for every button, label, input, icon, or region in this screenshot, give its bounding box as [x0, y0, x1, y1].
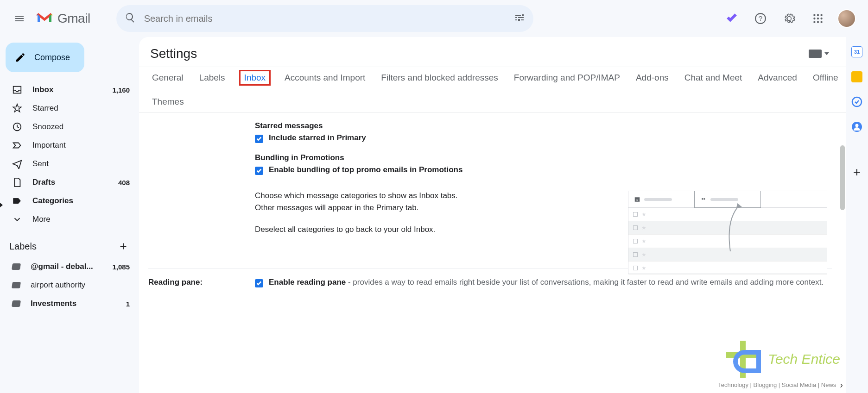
- status-icon[interactable]: [722, 9, 741, 28]
- label-swatch-icon: [12, 300, 21, 307]
- apps-button[interactable]: [809, 9, 827, 28]
- add-label-button[interactable]: [117, 240, 130, 253]
- label-swatch-icon: [12, 282, 21, 288]
- tab-accounts[interactable]: Accounts and Import: [283, 70, 367, 86]
- tab-advanced[interactable]: Advanced: [756, 70, 799, 86]
- contacts-app-icon[interactable]: [851, 121, 862, 132]
- app-name: Gmail: [57, 11, 90, 26]
- starred-section-title: Starred messages: [255, 121, 832, 131]
- svg-point-13: [703, 198, 705, 200]
- categories-expand-icon[interactable]: [0, 203, 3, 207]
- sidebar-item-more[interactable]: More: [2, 210, 139, 229]
- sidebar: Compose Inbox 1,160 Starred Snoozed Impo…: [0, 37, 139, 393]
- label-item[interactable]: Investments 1: [2, 294, 139, 313]
- reading-pane-label: Reading pane:: [148, 278, 255, 287]
- calendar-app-icon[interactable]: 31: [851, 46, 862, 57]
- important-icon: [12, 140, 22, 150]
- input-tools-button[interactable]: [809, 50, 829, 58]
- search-options-icon[interactable]: [514, 12, 525, 25]
- nav-label: Important: [32, 141, 66, 150]
- nav-label: More: [32, 215, 51, 224]
- tab-chat[interactable]: Chat and Meet: [683, 70, 744, 86]
- clock-icon: [12, 122, 22, 132]
- search-icon: [125, 12, 136, 25]
- reading-check-label: Enable reading pane: [269, 278, 346, 287]
- label-item[interactable]: @gmail - debal... 1,085: [2, 257, 139, 276]
- main-menu-button[interactable]: [8, 7, 31, 30]
- main-content: Settings General Labels Inbox Accounts a…: [139, 37, 846, 393]
- svg-point-7: [820, 18, 822, 19]
- sidebar-item-categories[interactable]: Categories: [2, 192, 139, 210]
- scrollbar[interactable]: [840, 145, 845, 210]
- label-text: airport authority: [31, 281, 85, 290]
- label-item[interactable]: airport authority: [2, 276, 139, 294]
- label-text: @gmail - debal...: [31, 262, 93, 271]
- svg-point-12: [702, 198, 703, 200]
- chevron-right-icon[interactable]: ›: [840, 380, 843, 390]
- chevron-down-icon: [12, 214, 22, 225]
- sidebar-item-starred[interactable]: Starred: [2, 99, 139, 118]
- nav-label: Snoozed: [32, 122, 63, 131]
- sidebar-item-sent[interactable]: Sent: [2, 155, 139, 173]
- tab-inbox[interactable]: Inbox: [244, 73, 266, 82]
- page-title: Settings: [150, 46, 197, 61]
- support-button[interactable]: ?: [751, 9, 770, 28]
- compose-label: Compose: [34, 53, 70, 62]
- categories-para-2: Deselect all categories to go back to yo…: [255, 224, 477, 236]
- hamburger-icon: [14, 13, 25, 24]
- nav-label: Drafts: [32, 178, 55, 187]
- footer-tagline: Technology | Blogging | Social Media | N…: [718, 380, 843, 390]
- gmail-logo[interactable]: Gmail: [36, 11, 90, 26]
- svg-point-3: [817, 14, 819, 16]
- starred-primary-checkbox[interactable]: [255, 135, 263, 143]
- tab-inbox-highlight: Inbox: [239, 70, 271, 86]
- search-input[interactable]: [144, 13, 506, 24]
- caret-down-icon: [824, 52, 829, 55]
- tab-general[interactable]: General: [150, 70, 185, 86]
- svg-point-6: [817, 18, 819, 19]
- labels-section-header: Labels: [2, 229, 139, 257]
- svg-text:?: ?: [759, 14, 762, 22]
- tab-filters[interactable]: Filters and blocked addresses: [379, 70, 500, 86]
- sidebar-item-important[interactable]: Important: [2, 136, 139, 155]
- file-icon: [12, 177, 22, 187]
- apps-grid-icon: [812, 12, 824, 25]
- keyboard-icon: [809, 50, 822, 58]
- sidebar-item-snoozed[interactable]: Snoozed: [2, 118, 139, 136]
- arrow-illustration-icon: [716, 200, 744, 256]
- reading-pane-checkbox[interactable]: [255, 279, 263, 287]
- label-text: Investments: [31, 299, 76, 308]
- sidebar-item-drafts[interactable]: Drafts 408: [2, 173, 139, 192]
- tasks-app-icon[interactable]: [851, 96, 862, 107]
- tab-themes[interactable]: Themes: [150, 94, 186, 110]
- tab-labels[interactable]: Labels: [197, 70, 227, 86]
- search-bar[interactable]: [116, 5, 533, 32]
- nav-count: 408: [118, 179, 130, 187]
- categories-illustration: ★ ★ ★ ★ ★: [628, 191, 827, 274]
- tab-forwarding[interactable]: Forwarding and POP/IMAP: [512, 70, 622, 86]
- tab-offline[interactable]: Offline: [811, 70, 840, 86]
- svg-point-9: [817, 21, 819, 23]
- add-app-button[interactable]: +: [853, 165, 861, 180]
- plus-icon: [118, 241, 128, 251]
- svg-point-2: [813, 14, 815, 16]
- gmail-icon: [36, 12, 53, 25]
- label-icon: [12, 196, 22, 206]
- compose-button[interactable]: Compose: [6, 43, 84, 72]
- settings-button[interactable]: [780, 9, 798, 28]
- settings-tabs: General Labels Inbox Accounts and Import…: [139, 67, 846, 113]
- send-icon: [12, 159, 22, 169]
- bundling-checkbox[interactable]: [255, 167, 263, 175]
- svg-point-10: [820, 21, 822, 23]
- sidebar-item-inbox[interactable]: Inbox 1,160: [2, 81, 139, 99]
- pencil-icon: [15, 52, 26, 63]
- star-icon: [12, 103, 22, 113]
- reading-desc: - provides a way to read emails right be…: [346, 278, 824, 287]
- account-avatar[interactable]: [837, 9, 856, 28]
- svg-point-16: [855, 124, 859, 127]
- keep-app-icon[interactable]: [851, 71, 862, 82]
- bundling-section-title: Bundling in Promotions: [255, 153, 832, 162]
- side-panel: 31 +: [846, 42, 868, 180]
- tab-addons[interactable]: Add-ons: [634, 70, 671, 86]
- svg-point-5: [813, 18, 815, 19]
